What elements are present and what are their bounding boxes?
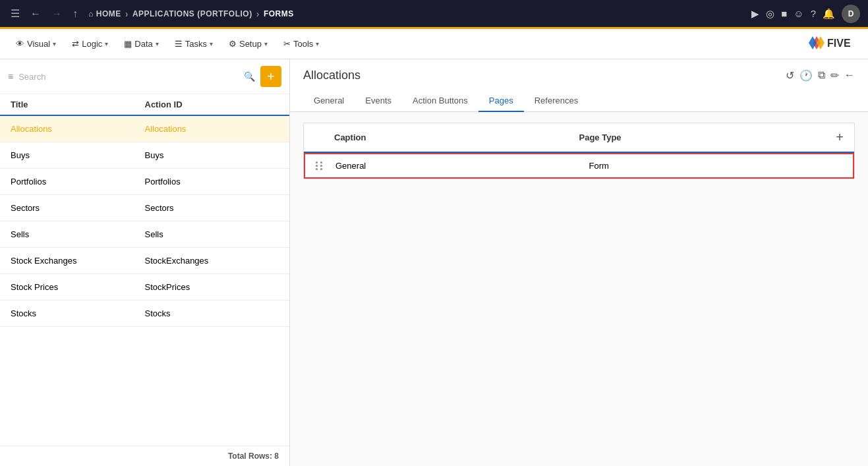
list-item-action: StockExchanges — [145, 256, 279, 266]
list-item-action: Portfolios — [145, 177, 279, 187]
column-actionid-header: Action ID — [145, 100, 279, 109]
list-item[interactable]: Stock Exchanges StockExchanges — [0, 248, 289, 274]
list-item-title: Sectors — [11, 203, 145, 213]
panel-title-actions: ↺ 🕐 ⧉ ✏ ← — [786, 69, 855, 82]
search-bar: ≡ 🔍 + — [0, 59, 289, 94]
list-item[interactable]: Sectors Sectors — [0, 195, 289, 221]
breadcrumb-forms[interactable]: FORMS — [264, 9, 294, 18]
menu-icon[interactable]: ☰ — [8, 5, 22, 22]
tools-icon: ✂ — [283, 39, 291, 49]
total-rows-label: Total Rows: 8 — [228, 451, 279, 461]
search-icon[interactable]: ◎ — [766, 8, 774, 20]
list-item[interactable]: Sells Sells — [0, 221, 289, 248]
list-item-title: Sells — [11, 229, 145, 239]
forward-icon[interactable]: → — [49, 5, 65, 22]
tab-action-buttons[interactable]: Action Buttons — [402, 90, 478, 112]
list-footer: Total Rows: 8 — [0, 446, 289, 466]
visual-icon: 👁 — [16, 39, 24, 49]
data-chevron: ▾ — [156, 40, 159, 47]
home-link[interactable]: ⌂ HOME — [88, 9, 121, 18]
home-label[interactable]: HOME — [96, 9, 121, 18]
history-icon[interactable]: 🕐 — [799, 69, 813, 82]
breadcrumb-applications[interactable]: APPLICATIONS (PORTFOLIO) — [132, 9, 252, 18]
main-layout: ≡ 🔍 + Title Action ID Allocations Alloca… — [0, 59, 868, 466]
list-item[interactable]: Stock Prices StockPrices — [0, 274, 289, 301]
tab-pages[interactable]: Pages — [478, 90, 524, 112]
svg-marker-2 — [809, 36, 817, 49]
setup-menu[interactable]: ⚙ Setup ▾ — [223, 36, 273, 51]
tab-events[interactable]: Events — [355, 90, 402, 112]
tab-general[interactable]: General — [303, 90, 355, 112]
left-panel: ≡ 🔍 + Title Action ID Allocations Alloca… — [0, 59, 290, 466]
bell-icon[interactable]: 🔔 — [823, 8, 835, 20]
svg-text:FIVE: FIVE — [827, 38, 851, 49]
list-item-title: Stock Exchanges — [11, 256, 145, 266]
add-button[interactable]: + — [260, 66, 281, 87]
tasks-menu[interactable]: ☰ Tasks ▾ — [169, 36, 218, 51]
panel-title-text: Allocations — [303, 69, 361, 82]
visual-label: Visual — [27, 39, 50, 49]
pages-table-header: Caption Page Type + — [304, 123, 854, 153]
list-item-title: Stocks — [11, 308, 145, 318]
list-item-title: Buys — [11, 150, 145, 160]
up-icon[interactable]: ↑ — [70, 5, 80, 22]
panel-title-row: Allocations ↺ 🕐 ⧉ ✏ ← — [303, 69, 855, 82]
table-row[interactable]: General Form — [304, 153, 854, 179]
help-icon[interactable]: ? — [811, 8, 816, 19]
undo-icon[interactable]: ↺ — [786, 69, 794, 82]
right-panel: Allocations ↺ 🕐 ⧉ ✏ ← General Events Act… — [290, 59, 868, 466]
stop-icon[interactable]: ■ — [781, 8, 787, 19]
data-icon: ▦ — [124, 39, 132, 49]
edit-icon[interactable]: ✏ — [830, 69, 839, 82]
visual-chevron: ▾ — [53, 40, 56, 47]
drag-handle[interactable] — [316, 161, 335, 170]
tab-references[interactable]: References — [524, 90, 589, 112]
main-toolbar: 👁 Visual ▾ ⇄ Logic ▾ ▦ Data ▾ ☰ Tasks ▾ … — [0, 29, 868, 59]
add-column-header: + — [824, 130, 844, 145]
top-navigation: ☰ ← → ↑ ⌂ HOME › APPLICATIONS (PORTFOLIO… — [0, 0, 868, 29]
list-item[interactable]: Buys Buys — [0, 142, 289, 169]
back-arrow-icon[interactable]: ← — [844, 69, 855, 82]
list-item[interactable]: Stocks Stocks — [0, 301, 289, 327]
tasks-label: Tasks — [185, 39, 207, 49]
list-item[interactable]: Allocations Allocations — [0, 116, 289, 142]
list-item-title: Allocations — [11, 124, 145, 134]
pagetype-column-header: Page Type — [579, 132, 825, 142]
logic-menu[interactable]: ⇄ Logic ▾ — [67, 36, 113, 51]
bot-icon[interactable]: ☺ — [794, 8, 803, 19]
top-nav-actions: ▶ ◎ ■ ☺ ? 🔔 D — [751, 5, 860, 23]
logic-icon: ⇄ — [72, 39, 79, 49]
page-caption: General — [335, 161, 589, 171]
list-item-action: Sells — [145, 229, 279, 239]
search-icon[interactable]: 🔍 — [244, 71, 255, 82]
list-item-action: Buys — [145, 150, 279, 160]
user-avatar[interactable]: D — [842, 5, 860, 23]
data-label: Data — [134, 39, 152, 49]
app-logo: FIVE — [805, 34, 857, 54]
breadcrumb-sep-2: › — [256, 9, 260, 19]
tasks-chevron: ▾ — [210, 40, 213, 47]
visual-menu[interactable]: 👁 Visual ▾ — [11, 36, 61, 51]
pages-table: Caption Page Type + General — [303, 123, 855, 179]
setup-label: Setup — [239, 39, 262, 49]
list-body: Allocations Allocations Buys Buys Portfo… — [0, 116, 289, 446]
svg-marker-1 — [817, 36, 825, 49]
list-item-title: Stock Prices — [11, 282, 145, 292]
logic-label: Logic — [82, 39, 102, 49]
home-icon: ⌂ — [88, 9, 94, 18]
logic-chevron: ▾ — [105, 40, 108, 47]
breadcrumb: ⌂ HOME › APPLICATIONS (PORTFOLIO) › FORM… — [88, 9, 746, 19]
data-menu[interactable]: ▦ Data ▾ — [119, 36, 163, 51]
tools-menu[interactable]: ✂ Tools ▾ — [278, 36, 324, 51]
copy-icon[interactable]: ⧉ — [818, 69, 825, 82]
play-icon[interactable]: ▶ — [751, 8, 759, 20]
tasks-icon: ☰ — [175, 39, 183, 49]
back-icon[interactable]: ← — [28, 5, 43, 22]
tools-chevron: ▾ — [316, 40, 319, 47]
content-area: Caption Page Type + General — [290, 112, 868, 466]
list-item-action: StockPrices — [145, 282, 279, 292]
filter-icon[interactable]: ≡ — [8, 71, 13, 82]
search-input[interactable] — [18, 72, 239, 82]
add-page-button[interactable]: + — [836, 130, 844, 145]
list-item[interactable]: Portfolios Portfolios — [0, 169, 289, 195]
